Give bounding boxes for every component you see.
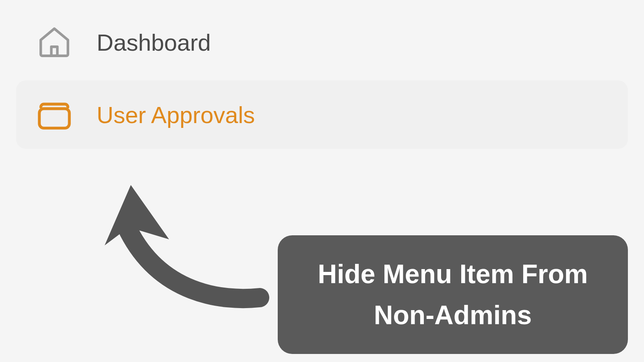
sidebar-item-label: User Approvals	[97, 101, 255, 128]
annotation-callout-text: Hide Menu Item From Non-Admins	[304, 253, 602, 336]
sidebar-item-user-approvals[interactable]: User Approvals	[16, 80, 628, 149]
sidebar-item-dashboard[interactable]: Dashboard	[16, 12, 628, 72]
home-icon	[36, 24, 72, 60]
sidebar-item-label: Dashboard	[97, 29, 211, 56]
annotation-callout: Hide Menu Item From Non-Admins	[278, 235, 628, 354]
svg-rect-1	[39, 109, 70, 128]
folder-icon	[36, 97, 72, 133]
svg-rect-0	[52, 47, 58, 56]
annotation-arrow	[101, 183, 262, 304]
